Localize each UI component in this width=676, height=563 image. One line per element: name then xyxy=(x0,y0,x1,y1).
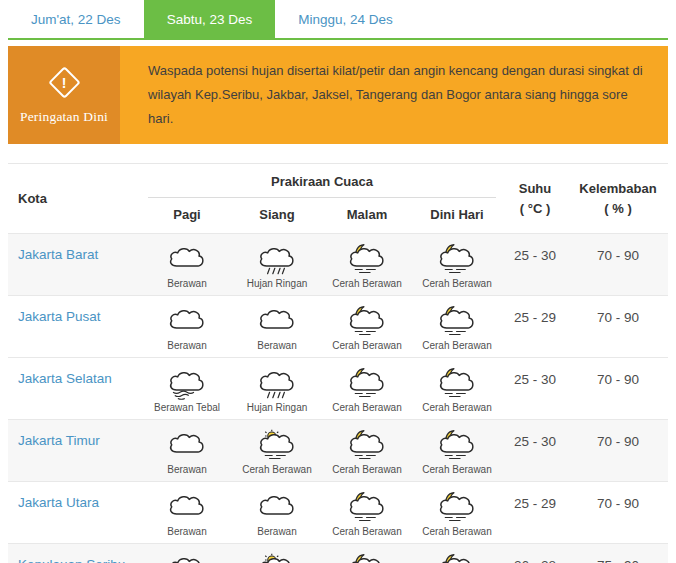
forecast-label: Cerah Berawan xyxy=(422,402,491,413)
alert-diamond-icon: ! xyxy=(47,66,81,100)
city-link[interactable]: Jakarta Timur xyxy=(8,420,142,481)
column-header-dini-hari: Dini Hari xyxy=(412,198,502,233)
cerah-berawan-siang-icon xyxy=(254,553,300,563)
forecast-cell-dini-hari: Cerah Berawan xyxy=(412,482,502,543)
forecast-table: Kota Prakiraan Cuaca Pagi Siang Malam Di… xyxy=(8,163,668,563)
city-link[interactable]: Jakarta Barat xyxy=(8,234,142,295)
berawan-icon xyxy=(164,243,210,277)
city-link[interactable]: Jakarta Selatan xyxy=(8,358,142,419)
berawan-icon xyxy=(164,429,210,463)
forecast-cell-dini-hari: Cerah Berawan xyxy=(412,296,502,357)
forecast-cell-malam: Cerah Berawan xyxy=(322,358,412,419)
cerah-berawan-malam-icon xyxy=(344,305,390,339)
cerah-berawan-siang-icon xyxy=(254,429,300,463)
forecast-label: Cerah Berawan xyxy=(332,340,401,351)
column-header-kota: Kota xyxy=(8,164,142,233)
table-body: Jakarta Barat Berawan Hujan Ringan Cerah… xyxy=(8,233,668,563)
hujan-ringan-icon xyxy=(254,243,300,277)
table-row: Jakarta Selatan Berawan Tebal Hujan Ring… xyxy=(8,357,668,419)
column-header-siang: Siang xyxy=(232,198,322,233)
city-link[interactable]: Jakarta Pusat xyxy=(8,296,142,357)
cerah-berawan-malam-icon xyxy=(344,367,390,401)
tab-saturday-23-des[interactable]: Sabtu, 23 Des xyxy=(144,0,276,38)
forecast-cell-pagi: Berawan xyxy=(142,544,232,563)
early-warning-label-panel: ! Peringatan Dini xyxy=(8,46,120,144)
forecast-cell-malam: Cerah Berawan xyxy=(322,544,412,563)
forecast-label: Cerah Berawan xyxy=(332,464,401,475)
forecast-label: Cerah Berawan xyxy=(332,402,401,413)
forecast-label: Hujan Ringan xyxy=(247,278,308,289)
humidity-range: 70 - 90 xyxy=(568,234,668,295)
temp-range: 25 - 29 xyxy=(502,296,568,357)
forecast-cell-dini-hari: Cerah Berawan xyxy=(412,234,502,295)
forecast-label: Hujan Ringan xyxy=(247,402,308,413)
berawan-tebal-icon xyxy=(164,367,210,401)
table-row: Jakarta Pusat Berawan Berawan Cerah Bera… xyxy=(8,295,668,357)
temp-range: 26 - 28 xyxy=(502,544,568,563)
forecast-label: Cerah Berawan xyxy=(422,464,491,475)
cerah-berawan-malam-icon xyxy=(434,367,480,401)
tab-sunday-24-des[interactable]: Minggu, 24 Des xyxy=(275,0,416,38)
forecast-cell-siang: Cerah Berawan xyxy=(232,544,322,563)
humidity-range: 70 - 90 xyxy=(568,420,668,481)
forecast-label: Berawan Tebal xyxy=(154,402,220,413)
cerah-berawan-malam-icon xyxy=(434,553,480,563)
berawan-icon xyxy=(254,305,300,339)
forecast-cell-malam: Cerah Berawan xyxy=(322,482,412,543)
temp-range: 25 - 30 xyxy=(502,234,568,295)
table-row: Jakarta Utara Berawan Berawan Cerah Bera… xyxy=(8,481,668,543)
forecast-cell-dini-hari: Cerah Berawan xyxy=(412,420,502,481)
forecast-cell-pagi: Berawan xyxy=(142,234,232,295)
hujan-ringan-icon xyxy=(254,367,300,401)
city-link[interactable]: Kepulauan Seribu xyxy=(8,544,142,563)
temp-range: 25 - 30 xyxy=(502,420,568,481)
forecast-cell-malam: Cerah Berawan xyxy=(322,234,412,295)
cerah-berawan-malam-icon xyxy=(434,243,480,277)
berawan-icon xyxy=(164,305,210,339)
column-header-kelembaban: Kelembaban ( % ) xyxy=(568,164,668,233)
humidity-range: 75 - 90 xyxy=(568,544,668,563)
cerah-berawan-malam-icon xyxy=(434,429,480,463)
forecast-label: Cerah Berawan xyxy=(332,278,401,289)
cerah-berawan-malam-icon xyxy=(434,491,480,525)
column-header-pagi: Pagi xyxy=(142,198,232,233)
forecast-cell-pagi: Berawan xyxy=(142,296,232,357)
forecast-cell-siang: Hujan Ringan xyxy=(232,358,322,419)
forecast-label: Berawan xyxy=(257,526,296,537)
humidity-range: 70 - 90 xyxy=(568,358,668,419)
column-header-suhu: Suhu ( °C ) xyxy=(502,164,568,233)
forecast-cell-siang: Cerah Berawan xyxy=(232,420,322,481)
forecast-label: Cerah Berawan xyxy=(242,464,311,475)
temp-range: 25 - 30 xyxy=(502,358,568,419)
table-row: Jakarta Barat Berawan Hujan Ringan Cerah… xyxy=(8,233,668,295)
cerah-berawan-malam-icon xyxy=(344,429,390,463)
forecast-label: Berawan xyxy=(167,278,206,289)
forecast-cell-malam: Cerah Berawan xyxy=(322,296,412,357)
column-header-malam: Malam xyxy=(322,198,412,233)
forecast-cell-siang: Berawan xyxy=(232,482,322,543)
berawan-icon xyxy=(164,491,210,525)
table-row: Jakarta Timur Berawan Cerah Berawan Cera… xyxy=(8,419,668,481)
forecast-label: Berawan xyxy=(167,464,206,475)
forecast-label: Berawan xyxy=(257,340,296,351)
forecast-cell-dini-hari: Cerah Berawan xyxy=(412,544,502,563)
cerah-berawan-malam-icon xyxy=(344,243,390,277)
table-row: Kepulauan Seribu Berawan Cerah Berawan C… xyxy=(8,543,668,563)
forecast-cell-malam: Cerah Berawan xyxy=(322,420,412,481)
forecast-label: Berawan xyxy=(167,526,206,537)
date-tabs: Jum'at, 22 Des Sabtu, 23 Des Minggu, 24 … xyxy=(8,0,668,40)
berawan-icon xyxy=(164,553,210,563)
forecast-label: Cerah Berawan xyxy=(422,526,491,537)
tab-friday-22-des[interactable]: Jum'at, 22 Des xyxy=(8,0,144,38)
table-header: Kota Prakiraan Cuaca Pagi Siang Malam Di… xyxy=(8,163,668,233)
city-link[interactable]: Jakarta Utara xyxy=(8,482,142,543)
early-warning-banner: ! Peringatan Dini Waspada potensi hujan … xyxy=(8,46,668,144)
humidity-range: 70 - 90 xyxy=(568,482,668,543)
forecast-cell-siang: Hujan Ringan xyxy=(232,234,322,295)
forecast-cell-siang: Berawan xyxy=(232,296,322,357)
temp-range: 25 - 29 xyxy=(502,482,568,543)
forecast-label: Cerah Berawan xyxy=(422,278,491,289)
forecast-label: Berawan xyxy=(167,340,206,351)
forecast-cell-dini-hari: Cerah Berawan xyxy=(412,358,502,419)
forecast-cell-pagi: Berawan xyxy=(142,420,232,481)
